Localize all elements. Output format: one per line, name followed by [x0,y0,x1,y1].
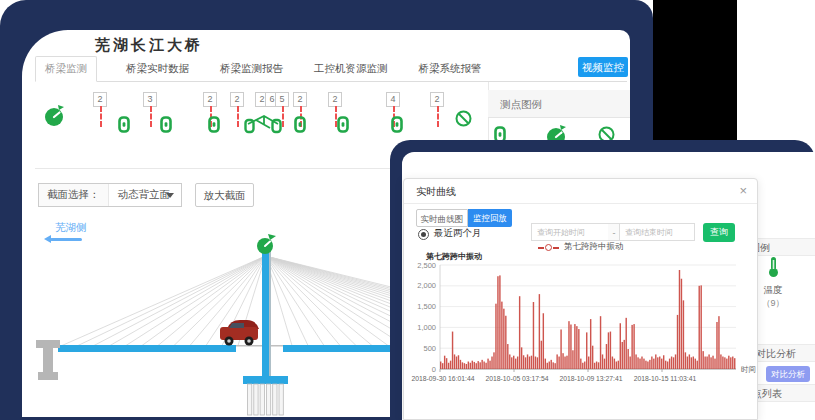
sidebar-compare-title: 对比分析 [756,348,796,359]
legend-panel-title: 测点图例 [500,98,542,110]
svg-text:2018-09-30 16:01:44: 2018-09-30 16:01:44 [411,375,474,382]
legend-label: 第七跨跨中振动 [564,241,624,251]
tab-ipc-resource-monitor[interactable]: 工控机资源监测 [312,57,390,81]
section-select-value: 动态背立面 [109,188,171,202]
tab-realtime-curve[interactable]: 实时曲线图 [416,209,468,227]
link-icon[interactable] [337,116,349,133]
video-monitor-button[interactable]: 视频监控 [578,57,628,77]
left-abutment [36,340,60,380]
compare-analysis-button[interactable]: 对比分析 [766,366,810,382]
sensor-count-badge: 2 [328,92,342,107]
link-icon[interactable] [294,116,306,133]
sensor-count-badge: 2 [230,92,244,107]
query-end-input[interactable] [619,223,695,241]
main-tabs: 桥梁监测 桥梁实时数据 桥梁监测报告 工控机资源监测 桥梁系统报警 [35,55,627,82]
bridge-deck-left [58,345,236,352]
sensor-dropline [282,106,284,127]
pile-group [248,384,284,415]
svg-text:0: 0 [432,365,436,374]
prohibit-icon[interactable] [455,110,472,127]
vibration-chart: 05001,0001,5002,0002,5002018-09-30 16:01… [406,261,759,393]
section-select[interactable]: 截面选择： 动态背立面 [38,183,182,207]
query-start-input[interactable] [531,223,609,241]
svg-text:2018-10-15 11:03:41: 2018-10-15 11:03:41 [634,375,697,382]
crane-icon[interactable] [244,114,282,134]
realtime-curve-dialog: 实时曲线 × 实时曲线图 监控回放 最近两个月 - 查询 第七跨跨中振动 第七跨… [403,178,758,420]
svg-text:时间: 时间 [741,365,756,374]
tab-bridge-report[interactable]: 桥梁监测报告 [218,57,285,81]
sensor-count-badge: 2 [203,92,217,107]
pier-cap [243,376,288,384]
tab-bridge-system-alarm[interactable]: 桥梁系统报警 [417,57,484,81]
deck-joint [236,345,283,347]
sensor-dropline [100,106,102,127]
sensor-dropline [237,106,239,127]
bridge-tower [262,250,269,378]
section-select-label: 截面选择： [39,184,109,206]
legend-marker-icon [538,242,559,252]
chevron-down-icon [166,193,174,198]
link-icon[interactable] [118,116,130,133]
sensor-count-badge: 2 [430,92,444,107]
svg-text:2018-10-09 13:27:41: 2018-10-09 13:27:41 [559,375,622,382]
dialog-header: 实时曲线 × [404,179,757,204]
sensor-dropline [150,106,152,127]
dialog-title: 实时曲线 [416,185,456,199]
query-button[interactable]: 查询 [703,223,735,242]
link-icon[interactable] [391,116,403,133]
link-icon[interactable] [208,116,220,133]
tower-shadow [269,250,271,378]
svg-text:2018-10-05 03:17:54: 2018-10-05 03:17:54 [485,375,548,382]
close-icon[interactable]: × [739,183,747,198]
last-two-months-label: 最近两个月 [434,227,482,240]
temperature-legend[interactable]: 温度 （9） [758,256,788,310]
last-two-months-radio[interactable] [418,229,429,240]
svg-text:1,500: 1,500 [417,302,436,311]
sensor-count-badge: 2 [93,92,107,107]
svg-text:2,000: 2,000 [417,281,436,290]
sensor-count-badge: 4 [386,92,400,107]
sensor-dropline [437,106,439,127]
legend-panel-header: 测点图例 [488,90,630,118]
screenshot-stage: 芜湖长江大桥 桥梁监测 桥梁实时数据 桥梁监测报告 工控机资源监测 桥梁系统报警… [0,0,815,420]
svg-text:2,500: 2,500 [417,261,436,270]
temperature-label: 温度 [758,284,788,297]
tab-bridge-realtime-data[interactable]: 桥梁实时数据 [124,57,191,81]
zoom-section-button[interactable]: 放大截面 [195,183,254,207]
gauge-icon[interactable] [44,104,66,128]
desktop-black-area [653,0,737,140]
link-icon[interactable] [160,116,172,133]
page-title: 芜湖长江大桥 [95,36,203,55]
tab-monitor-playback[interactable]: 监控回放 [468,209,512,227]
temperature-count: （9） [758,297,788,310]
anemometer-icon[interactable] [257,234,276,254]
sensor-count-badge: 5 [275,92,289,107]
sensor-count-badge: 2 [293,92,307,107]
sensor-count-badge: 3 [143,92,157,107]
svg-text:500: 500 [423,344,436,353]
svg-text:1,000: 1,000 [417,323,436,332]
thermometer-icon [767,264,780,281]
tab-bridge-monitor[interactable]: 桥梁监测 [35,56,97,82]
